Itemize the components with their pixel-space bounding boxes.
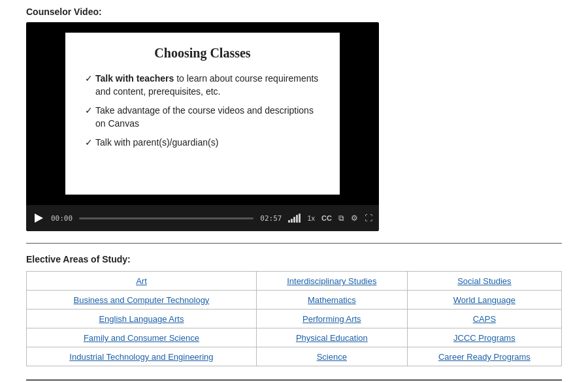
progress-bar[interactable] bbox=[79, 217, 253, 219]
elective-table: ArtInterdisciplinary StudiesSocial Studi… bbox=[26, 271, 562, 366]
elective-link[interactable]: Family and Consumer Science bbox=[84, 333, 199, 343]
elective-link[interactable]: Business and Computer Technology bbox=[73, 295, 209, 305]
play-button[interactable] bbox=[33, 212, 44, 224]
elective-link[interactable]: Industrial Technology and Engineering bbox=[69, 352, 213, 362]
video-screen: Choosing Classes ✓ Talk with teachers to… bbox=[26, 22, 379, 205]
table-cell: CAPS bbox=[407, 310, 561, 328]
video-player: Choosing Classes ✓ Talk with teachers to… bbox=[26, 22, 379, 231]
total-time: 02:57 bbox=[260, 214, 282, 223]
video-controls: 00:00 02:57 1x CC ⧉ ⚙ ⛶ bbox=[26, 205, 379, 231]
elective-label: Elective Areas of Study: bbox=[26, 254, 562, 264]
elective-link[interactable]: Interdisciplinary Studies bbox=[287, 276, 376, 286]
slide-items: ✓ Talk with teachers to learn about cour… bbox=[85, 72, 320, 156]
elective-link[interactable]: Science bbox=[317, 352, 347, 362]
table-cell: World Language bbox=[407, 291, 561, 310]
table-cell: Science bbox=[256, 347, 407, 366]
bottom-divider bbox=[26, 379, 562, 381]
check-icon-2: ✓ bbox=[85, 104, 93, 118]
slide-item-1-bold: Talk with teachers bbox=[95, 73, 174, 84]
table-cell: JCCC Programs bbox=[407, 328, 561, 347]
slide-content: Choosing Classes ✓ Talk with teachers to… bbox=[65, 33, 340, 195]
elective-link[interactable]: Performing Arts bbox=[302, 314, 361, 324]
elective-link[interactable]: Social Studies bbox=[457, 276, 511, 286]
volume-bar-1 bbox=[288, 220, 290, 223]
table-cell: Performing Arts bbox=[256, 310, 407, 328]
table-cell: Interdisciplinary Studies bbox=[256, 272, 407, 291]
table-cell: Social Studies bbox=[407, 272, 561, 291]
table-cell: English Language Arts bbox=[27, 310, 257, 328]
section-divider bbox=[26, 243, 562, 244]
settings-icon[interactable]: ⚙ bbox=[351, 214, 358, 223]
check-icon-3: ✓ bbox=[85, 136, 93, 150]
elective-link[interactable]: JCCC Programs bbox=[453, 333, 515, 343]
table-cell: Industrial Technology and Engineering bbox=[27, 347, 257, 366]
volume-bar-3 bbox=[293, 217, 295, 223]
elective-link[interactable]: English Language Arts bbox=[99, 314, 184, 324]
slide-item-1: ✓ Talk with teachers to learn about cour… bbox=[85, 72, 320, 98]
table-cell: Career Ready Programs bbox=[407, 347, 561, 366]
elective-link[interactable]: Art bbox=[136, 276, 147, 286]
volume-bar-4 bbox=[296, 215, 298, 223]
cc-button[interactable]: CC bbox=[321, 214, 332, 222]
slide-title: Choosing Classes bbox=[85, 46, 320, 61]
fullscreen-icon[interactable]: ⛶ bbox=[365, 214, 372, 223]
speed-control[interactable]: 1x bbox=[307, 214, 315, 222]
volume-bars bbox=[288, 214, 301, 223]
current-time: 00:00 bbox=[51, 214, 73, 223]
table-row: Industrial Technology and EngineeringSci… bbox=[27, 347, 562, 366]
elective-link[interactable]: Mathematics bbox=[308, 295, 356, 305]
volume-bar-5 bbox=[299, 214, 301, 223]
table-row: ArtInterdisciplinary StudiesSocial Studi… bbox=[27, 272, 562, 291]
table-cell: Family and Consumer Science bbox=[27, 328, 257, 347]
table-cell: Business and Computer Technology bbox=[27, 291, 257, 310]
counselor-video-label: Counselor Video: bbox=[26, 7, 562, 17]
elective-link[interactable]: Career Ready Programs bbox=[438, 352, 531, 362]
elective-link[interactable]: Physical Education bbox=[296, 333, 368, 343]
table-row: English Language ArtsPerforming ArtsCAPS bbox=[27, 310, 562, 328]
slide-item-2: ✓ Take advantage of the course videos an… bbox=[85, 104, 320, 130]
table-cell: Mathematics bbox=[256, 291, 407, 310]
volume-bar-2 bbox=[291, 219, 293, 223]
slide-item-3: ✓ Talk with parent(s)/guardian(s) bbox=[85, 136, 320, 150]
table-cell: Physical Education bbox=[256, 328, 407, 347]
elective-link[interactable]: World Language bbox=[453, 295, 515, 305]
elective-link[interactable]: CAPS bbox=[473, 314, 496, 324]
table-cell: Art bbox=[27, 272, 257, 291]
airplay-icon[interactable]: ⧉ bbox=[338, 214, 344, 223]
table-row: Business and Computer TechnologyMathemat… bbox=[27, 291, 562, 310]
table-row: Family and Consumer SciencePhysical Educ… bbox=[27, 328, 562, 347]
check-icon-1: ✓ bbox=[85, 72, 93, 86]
